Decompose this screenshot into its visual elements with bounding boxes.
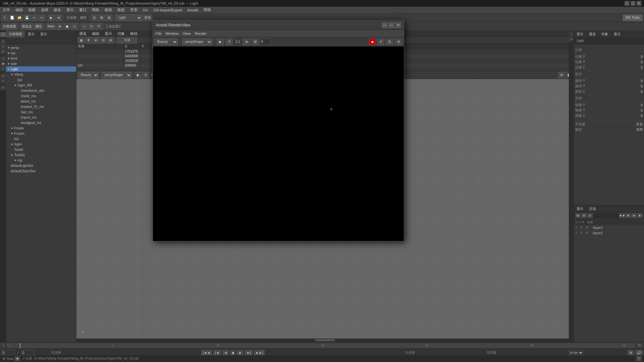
- login-btn[interactable]: 登录: [143, 14, 152, 21]
- layer-tab-display[interactable]: 显示: [574, 205, 586, 212]
- maximize-button[interactable]: □: [631, 1, 635, 6]
- tool-mesh[interactable]: ⬟: [0, 61, 6, 66]
- toolbar2-rotate[interactable]: ↻: [88, 23, 95, 30]
- toolbar-select-btn[interactable]: ↖: [1, 14, 8, 21]
- tree-item-12[interactable]: hair_ms: [6, 109, 76, 115]
- tree-item-19[interactable]: Toufal: [6, 147, 76, 152]
- spread-menu-curve[interactable]: 曲线: [129, 31, 139, 36]
- fps-dropdown[interactable]: 30 fps 24 fps: [568, 350, 584, 355]
- spread-btn4[interactable]: ⊟: [100, 37, 107, 44]
- tool-scale[interactable]: ⇱: [0, 49, 6, 54]
- tree-item-11[interactable]: braided_01_ms: [6, 104, 76, 109]
- status-stop-btn[interactable]: ■: [15, 356, 20, 361]
- tree-item-1[interactable]: ►top: [6, 50, 76, 56]
- spread-btn2[interactable]: Ⅲ: [85, 37, 92, 44]
- tool-curve[interactable]: ∿: [0, 78, 6, 83]
- toolbar-icon-btn-3[interactable]: ⊞: [106, 14, 112, 21]
- layer-vol-btn[interactable]: ◄: [625, 213, 631, 218]
- tree-item-3[interactable]: ►side: [6, 61, 76, 66]
- light-dropdown[interactable]: Light: [115, 14, 142, 21]
- toolbar2-btn1[interactable]: 大纲视图: [1, 23, 17, 30]
- tree-item-15[interactable]: ►Froala: [6, 125, 76, 131]
- outliner-tab-show[interactable]: 显示: [38, 31, 50, 38]
- play-prev-btn[interactable]: |◄: [213, 350, 221, 355]
- timeline-scrubber[interactable]: 0 5 10 15 20 25 30: [7, 343, 635, 348]
- mg-tools-btn[interactable]: MG Tools: [623, 14, 643, 21]
- arnold-camera-dropdown[interactable]: Beauty: [154, 39, 178, 45]
- layer-opts-btn[interactable]: ≡: [587, 213, 593, 218]
- toolbar2-obj-btn[interactable]: ⊕: [56, 23, 63, 30]
- tree-item-4[interactable]: ►Light: [6, 66, 76, 72]
- tool-select[interactable]: ↖: [0, 32, 6, 37]
- menu-arnold[interactable]: Arnold: [186, 8, 200, 12]
- toolbar-icon-btn-1[interactable]: ⊡: [91, 14, 98, 21]
- arnold-settings-btn[interactable]: ↺: [377, 39, 384, 45]
- spread-menu-object[interactable]: 对象: [116, 31, 126, 36]
- arnold-stop-btn[interactable]: ■: [369, 39, 376, 45]
- tree-item-8[interactable]: cheekbone_des: [6, 88, 76, 93]
- toolbar-snap-btn[interactable]: ⊕: [55, 14, 62, 21]
- arnold-play-btn[interactable]: ▶: [217, 39, 224, 45]
- attr-tab-display[interactable]: 显示: [574, 31, 586, 38]
- tree-item-16[interactable]: ►Frozen: [6, 131, 76, 136]
- toolbar2-icon1[interactable]: ◼: [64, 23, 70, 30]
- menu-file[interactable]: 文件: [1, 7, 11, 12]
- play-next-btn[interactable]: ►|: [245, 350, 253, 355]
- spread-filter[interactable]: 过滤: [117, 37, 137, 44]
- arnold-options-btn[interactable]: ⚙: [395, 39, 402, 45]
- tree-item-6[interactable]: lod: [6, 77, 76, 82]
- play-prev-key-btn[interactable]: |◄◄: [201, 350, 212, 355]
- attr-tab-channel[interactable]: 通道: [586, 31, 599, 38]
- bottom-scroll[interactable]: [76, 339, 574, 342]
- vp-btn-play[interactable]: ▶: [135, 72, 142, 78]
- toolbar2-icon2[interactable]: ◻: [71, 23, 78, 30]
- play-fwd-btn[interactable]: ►: [237, 350, 244, 355]
- scroll-thumb[interactable]: [315, 339, 335, 341]
- sound-btn[interactable]: 🔊: [635, 350, 643, 355]
- toolbar2-scale[interactable]: ⇱: [96, 23, 102, 30]
- layer-mute-btn[interactable]: ●: [631, 213, 637, 218]
- menu-gn-import-export[interactable]: GN Import/Export: [152, 8, 183, 12]
- layer-tab-filter[interactable]: 过滤: [586, 205, 599, 212]
- arnold-menu-view[interactable]: View: [183, 32, 191, 36]
- new-btn-status[interactable]: New: [7, 357, 13, 361]
- arnold-grid-btn[interactable]: ⊞: [252, 39, 259, 45]
- tool-move[interactable]: ✛: [0, 39, 6, 44]
- vp-btn-refresh[interactable]: ↺: [142, 72, 149, 78]
- tree-item-2[interactable]: ►front: [6, 56, 76, 61]
- tool-paint[interactable]: ✏: [0, 66, 6, 71]
- layer-solo-btn[interactable]: ►: [637, 213, 643, 218]
- tree-item-13[interactable]: import_ms: [6, 115, 76, 120]
- arnold-menu-window[interactable]: Window: [166, 32, 179, 36]
- arnold-menu-render[interactable]: Render: [195, 32, 207, 36]
- menu-select[interactable]: 选择: [40, 7, 50, 12]
- tree-item-20[interactable]: ►Toufal1: [6, 152, 76, 158]
- tool-anim[interactable]: ⏱: [0, 85, 6, 90]
- layer-del-btn[interactable]: ⊖: [581, 213, 587, 218]
- layer-vol-down-btn[interactable]: ◄◄: [619, 213, 625, 218]
- minimize-button[interactable]: —: [625, 1, 629, 6]
- tree-item-22[interactable]: defaultLightSet: [6, 163, 76, 168]
- menu-modify[interactable]: 修改: [52, 7, 62, 12]
- arnold-maximize-btn[interactable]: □: [388, 22, 394, 28]
- menu-edit[interactable]: 编辑: [14, 7, 24, 12]
- play-stop-btn[interactable]: ■: [230, 350, 235, 355]
- spread-menu-channel[interactable]: 通道: [78, 31, 88, 36]
- start-frame-input[interactable]: [21, 350, 35, 355]
- timeline-settings-btn[interactable]: ⚙: [628, 350, 634, 355]
- layer-new-btn[interactable]: ⊕: [575, 213, 581, 218]
- help-btn[interactable]: ?: [636, 356, 641, 361]
- toolbar2-btn2[interactable]: 通道盒: [20, 23, 33, 30]
- toolbar-redo-btn[interactable]: ↪: [38, 14, 45, 21]
- arnold-render-area[interactable]: [153, 47, 404, 241]
- tree-item-21[interactable]: ►mg: [6, 158, 76, 163]
- tree-item-17[interactable]: lod: [6, 136, 76, 141]
- arnold-layers-btn[interactable]: ☰: [386, 39, 393, 45]
- menu-display[interactable]: 显示: [65, 7, 75, 12]
- toolbar2-btn3[interactable]: 属性: [34, 23, 43, 30]
- attr-tab-object[interactable]: 对象: [599, 31, 611, 38]
- spread-btn3[interactable]: ⊞: [93, 37, 99, 44]
- tree-item-23[interactable]: defaultObjectSet: [6, 168, 76, 174]
- arnold-renderview-window[interactable]: Arnold RenderView — □ ✕ File Window View…: [153, 20, 404, 241]
- tree-item-9[interactable]: inside_mu: [6, 93, 76, 99]
